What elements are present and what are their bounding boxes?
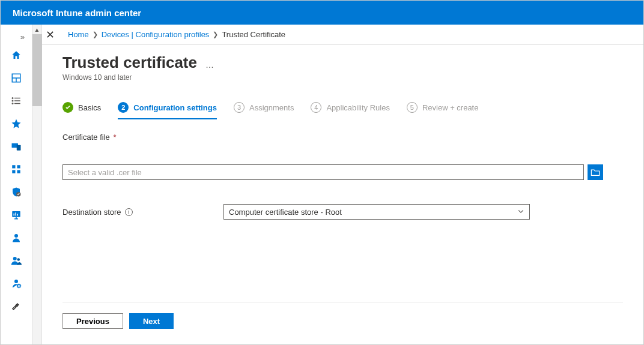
dashboard-icon[interactable] [1, 67, 32, 89]
breadcrumb-devices[interactable]: Devices | Configuration profiles [102, 30, 210, 39]
all-services-icon[interactable] [1, 89, 32, 112]
step-review-create[interactable]: 5 Review + create [407, 102, 479, 119]
wizard-footer: Previous Next [62, 302, 623, 344]
reports-icon[interactable] [1, 203, 32, 226]
scrollbar-thumb[interactable] [32, 34, 42, 106]
chevron-down-icon [517, 208, 524, 217]
groups-icon[interactable] [1, 249, 32, 272]
endpoint-security-icon[interactable] [1, 181, 32, 203]
wizard-steps: Basics 2 Configuration settings 3 Assign… [62, 102, 623, 119]
svg-rect-12 [17, 165, 20, 168]
svg-point-23 [13, 257, 17, 260]
breadcrumb-current: Trusted Certificate [222, 30, 285, 39]
select-value: Computer certificate store - Root [229, 208, 342, 217]
label-text: Certificate file [62, 133, 110, 142]
destination-store-label: Destination store [62, 208, 121, 217]
certificate-file-input[interactable] [62, 164, 584, 180]
step-label: Review + create [422, 103, 479, 112]
scroll-up-icon[interactable]: ▲ [32, 25, 42, 34]
svg-rect-20 [16, 212, 17, 215]
home-icon[interactable] [1, 44, 32, 67]
browse-file-button[interactable] [588, 164, 603, 180]
svg-point-24 [17, 258, 20, 261]
panel-scrollbar[interactable]: ▲ [32, 25, 42, 344]
apps-icon[interactable] [1, 158, 32, 181]
close-icon[interactable]: ✕ [44, 28, 56, 41]
page-title: Trusted certificate [62, 53, 197, 72]
info-icon[interactable]: i [125, 208, 133, 216]
product-title: Microsoft Intune admin center [13, 8, 141, 18]
svg-rect-21 [17, 214, 19, 216]
breadcrumb: ✕ Home ❯ Devices | Configuration profile… [42, 25, 643, 45]
step-number: 3 [234, 102, 245, 113]
certificate-file-label: Certificate file * [62, 133, 603, 142]
step-label: Assignments [249, 103, 294, 112]
nav-rail: » [1, 25, 32, 344]
step-number: 2 [118, 102, 129, 113]
more-actions-button[interactable]: … [205, 60, 215, 70]
previous-button[interactable]: Previous [62, 313, 123, 329]
folder-icon [591, 168, 600, 176]
step-label: Basics [78, 103, 101, 112]
svg-rect-13 [12, 170, 15, 173]
svg-point-8 [12, 103, 13, 104]
step-label: Applicability Rules [326, 103, 390, 112]
destination-store-select[interactable]: Computer certificate store - Root [223, 204, 530, 220]
next-button[interactable]: Next [129, 313, 174, 329]
devices-icon[interactable] [1, 135, 32, 158]
svg-point-7 [12, 100, 13, 101]
step-basics[interactable]: Basics [62, 102, 101, 119]
svg-point-25 [14, 280, 18, 283]
svg-rect-11 [12, 165, 15, 168]
svg-point-6 [12, 98, 13, 99]
step-done-icon [62, 102, 73, 113]
step-applicability-rules[interactable]: 4 Applicability Rules [311, 102, 390, 119]
rail-expand-button[interactable]: » [1, 29, 32, 44]
users-icon[interactable] [1, 226, 32, 249]
svg-rect-14 [17, 170, 20, 173]
chevron-right-icon: ❯ [213, 31, 218, 38]
svg-point-22 [14, 234, 18, 238]
chevron-right-icon: ❯ [93, 31, 98, 38]
step-number: 5 [407, 102, 418, 113]
step-label: Configuration settings [133, 103, 217, 112]
required-indicator: * [113, 133, 116, 142]
svg-rect-19 [14, 214, 15, 216]
svg-rect-10 [17, 145, 21, 151]
favorites-icon[interactable] [1, 112, 32, 135]
breadcrumb-home[interactable]: Home [68, 30, 89, 39]
tenant-admin-icon[interactable] [1, 272, 32, 295]
step-assignments[interactable]: 3 Assignments [234, 102, 294, 119]
global-header: Microsoft Intune admin center [1, 1, 643, 25]
page-subtitle: Windows 10 and later [62, 73, 623, 82]
step-configuration-settings[interactable]: 2 Configuration settings [118, 102, 217, 119]
troubleshoot-icon[interactable] [1, 295, 32, 317]
step-number: 4 [311, 102, 321, 113]
